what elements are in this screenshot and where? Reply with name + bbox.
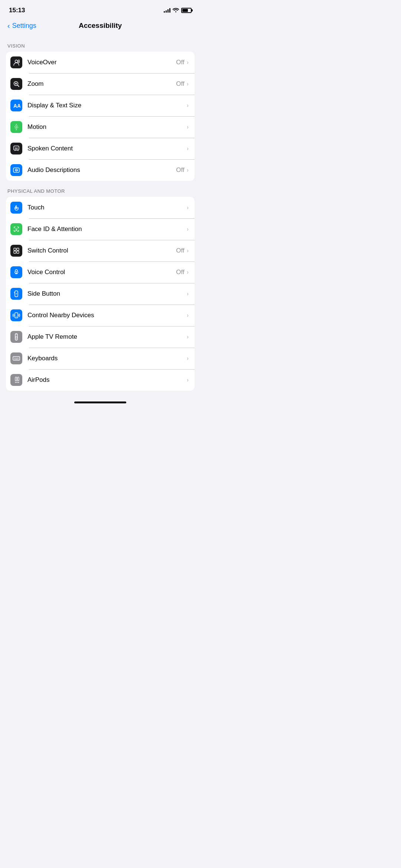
face-id-chevron: › <box>187 226 189 233</box>
voiceover-icon <box>10 56 22 68</box>
list-item-apple-tv[interactable]: Apple TV Remote › <box>6 326 195 348</box>
switch-control-chevron: › <box>187 247 189 254</box>
status-bar: 15:13 <box>0 0 200 19</box>
svg-point-5 <box>16 124 17 125</box>
voiceover-label: VoiceOver <box>27 59 176 66</box>
keyboards-chevron: › <box>187 355 189 362</box>
svg-rect-29 <box>18 359 19 360</box>
list-item-audio-descriptions[interactable]: AD Audio Descriptions Off › <box>6 159 195 181</box>
audio-descriptions-chevron: › <box>187 167 189 173</box>
svg-point-0 <box>15 60 18 63</box>
back-label[interactable]: Settings <box>12 22 36 30</box>
motion-label: Motion <box>27 123 187 131</box>
control-nearby-icon <box>10 309 22 321</box>
svg-rect-13 <box>14 251 16 253</box>
section-vision: VISION VoiceOver Off › <box>0 36 200 181</box>
switch-control-icon <box>10 245 22 257</box>
list-item-keyboards[interactable]: Keyboards › <box>6 348 195 369</box>
keyboards-label: Keyboards <box>27 355 187 362</box>
list-item-airpods[interactable]: AirPods › <box>6 369 195 391</box>
voice-control-label: Voice Control <box>27 269 176 276</box>
svg-text:AD: AD <box>16 169 19 171</box>
svg-rect-22 <box>13 357 20 360</box>
zoom-chevron: › <box>187 81 189 87</box>
audio-descriptions-value: Off <box>176 166 184 174</box>
back-button[interactable]: ‹ Settings <box>7 22 36 30</box>
side-button-icon <box>10 288 22 300</box>
nav-header: ‹ Settings Accessibility <box>0 19 200 36</box>
voice-control-value: Off <box>176 269 184 276</box>
list-item-zoom[interactable]: Zoom Off › <box>6 73 195 95</box>
physical-motor-list: Touch › Face ID & Attention › <box>6 197 195 391</box>
list-item-voice-control[interactable]: Voice Control Off › <box>6 261 195 283</box>
spoken-content-label: Spoken Content <box>27 145 187 152</box>
svg-rect-23 <box>14 358 15 358</box>
apple-tv-chevron: › <box>187 334 189 340</box>
back-chevron-icon: ‹ <box>7 22 10 30</box>
switch-control-label: Switch Control <box>27 247 176 254</box>
voiceover-chevron: › <box>187 59 189 66</box>
spoken-content-chevron: › <box>187 145 189 152</box>
signal-bars-icon <box>164 8 170 13</box>
spoken-content-icon: 90 <box>10 143 22 155</box>
side-button-label: Side Button <box>27 290 187 298</box>
svg-rect-11 <box>14 248 16 250</box>
switch-control-value: Off <box>176 247 184 254</box>
side-button-chevron: › <box>187 290 189 297</box>
list-item-switch-control[interactable]: Switch Control Off › <box>6 240 195 261</box>
list-item-control-nearby[interactable]: Control Nearby Devices › <box>6 305 195 326</box>
motion-chevron: › <box>187 124 189 130</box>
airpods-chevron: › <box>187 377 189 383</box>
svg-point-18 <box>16 316 17 317</box>
touch-chevron: › <box>187 204 189 211</box>
battery-icon <box>181 8 192 13</box>
list-item-display-text[interactable]: AA Display & Text Size › <box>6 95 195 116</box>
control-nearby-label: Control Nearby Devices <box>27 312 187 319</box>
face-id-label: Face ID & Attention <box>27 225 187 233</box>
svg-text:AA: AA <box>13 103 20 109</box>
audio-descriptions-icon: AD <box>10 164 22 176</box>
svg-rect-12 <box>17 248 19 250</box>
status-time: 15:13 <box>9 7 25 14</box>
svg-point-4 <box>16 127 17 128</box>
svg-rect-25 <box>17 358 17 358</box>
section-physical-motor: PHYSICAL AND MOTOR Touch › <box>0 181 200 391</box>
voice-control-chevron: › <box>187 269 189 276</box>
list-item-motion[interactable]: Motion › <box>6 116 195 138</box>
list-item-side-button[interactable]: Side Button › <box>6 283 195 305</box>
svg-rect-28 <box>15 359 18 360</box>
list-item-voiceover[interactable]: VoiceOver Off › <box>6 52 195 73</box>
svg-rect-14 <box>17 251 19 253</box>
wifi-icon <box>173 7 179 13</box>
touch-icon <box>10 202 22 214</box>
svg-rect-27 <box>14 359 15 360</box>
section-header-vision: VISION <box>0 36 200 52</box>
svg-point-15 <box>15 270 17 272</box>
svg-rect-26 <box>18 358 19 358</box>
svg-point-21 <box>16 339 17 340</box>
apple-tv-label: Apple TV Remote <box>27 333 187 341</box>
vision-list: VoiceOver Off › Zoom Off › AA <box>6 52 195 181</box>
face-id-icon <box>10 223 22 235</box>
svg-rect-24 <box>16 358 16 358</box>
home-indicator <box>74 402 126 403</box>
section-header-physical: PHYSICAL AND MOTOR <box>0 181 200 197</box>
control-nearby-chevron: › <box>187 312 189 319</box>
status-icons <box>164 7 192 13</box>
display-text-icon: AA <box>10 100 22 111</box>
audio-descriptions-label: Audio Descriptions <box>27 166 176 174</box>
display-text-chevron: › <box>187 102 189 109</box>
list-item-face-id[interactable]: Face ID & Attention › <box>6 218 195 240</box>
touch-label: Touch <box>27 204 187 211</box>
keyboards-icon <box>10 352 22 364</box>
svg-point-20 <box>16 337 17 338</box>
voice-control-icon <box>10 266 22 278</box>
zoom-icon <box>10 78 22 90</box>
list-item-spoken-content[interactable]: 90 Spoken Content › <box>6 138 195 159</box>
display-text-label: Display & Text Size <box>27 102 187 109</box>
svg-point-6 <box>16 129 17 130</box>
list-item-touch[interactable]: Touch › <box>6 197 195 218</box>
airpods-icon <box>10 374 22 386</box>
motion-icon <box>10 121 22 133</box>
zoom-label: Zoom <box>27 80 176 88</box>
